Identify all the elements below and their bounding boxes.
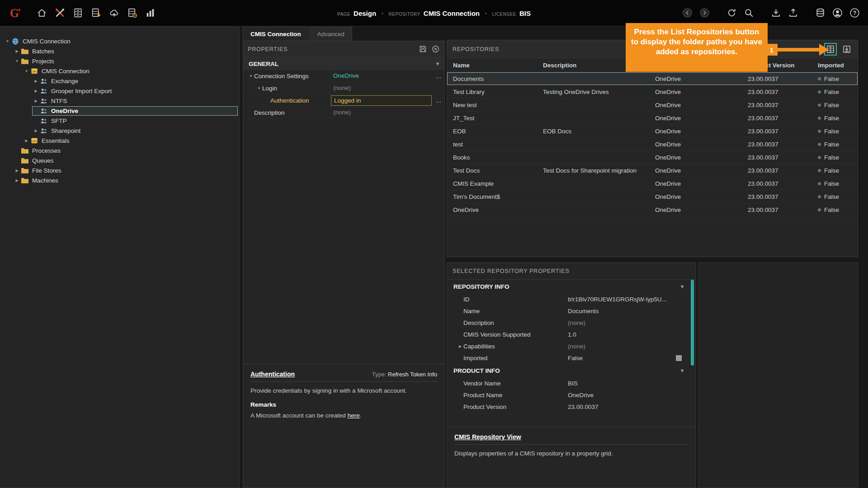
home-icon[interactable]	[35, 7, 48, 19]
bar-chart-icon[interactable]	[144, 7, 156, 19]
property-row[interactable]: Product NameOneDrive	[447, 389, 695, 401]
file-cabinet-icon[interactable]	[71, 7, 84, 19]
tree-item[interactable]: Queues	[0, 155, 239, 165]
repo-column-header[interactable]: Imported	[818, 62, 858, 69]
tree-expander-icon[interactable]: ▶	[33, 89, 39, 93]
property-row[interactable]: Description(none)	[447, 317, 695, 328]
checkbox-indicator[interactable]	[676, 355, 682, 361]
repo-row[interactable]: DocumentsOneDrive23.00.0037False	[447, 72, 858, 85]
property-row[interactable]: ImportedFalse	[447, 352, 695, 364]
tree-item[interactable]: OneDrive	[0, 106, 239, 116]
cabinet-import-icon[interactable]	[90, 7, 102, 19]
save-icon[interactable]	[418, 45, 427, 54]
cloud-upload-icon[interactable]	[108, 7, 120, 19]
property-row[interactable]: Product Version23.00.0037	[447, 401, 695, 413]
here-link[interactable]: here	[348, 412, 360, 419]
repo-row[interactable]: Test LibraryTesting OneDrive DrivesOneDr…	[447, 85, 858, 99]
property-group-general[interactable]: GENERAL ▾	[243, 57, 444, 70]
tree-item[interactable]: ▶Essentials	[0, 136, 239, 145]
property-expander-icon[interactable]: ▼	[256, 86, 262, 90]
tree-item[interactable]: ▶File Stores	[0, 165, 239, 175]
property-row[interactable]: Vendor NameBIS	[447, 377, 695, 389]
search-icon[interactable]	[742, 7, 755, 19]
property-value[interactable]: 23.00.0037	[568, 404, 695, 410]
property-row[interactable]: CMIS Version Supported1.0	[447, 328, 695, 340]
tree-item-label: Exchange	[49, 78, 81, 84]
property-row[interactable]: NameDocuments	[447, 305, 695, 317]
repo-row[interactable]: New testOneDrive23.00.0037False	[447, 99, 858, 112]
repo-imported: False	[818, 102, 858, 108]
tree-expander-icon[interactable]: ▼	[14, 59, 20, 63]
property-row[interactable]: Description(none)	[243, 107, 444, 119]
tree-expander-icon[interactable]: ▶	[33, 99, 39, 103]
property-row[interactable]: AuthenticationLogged in…	[243, 94, 444, 107]
repo-row[interactable]: JT_TestOneDrive23.00.0037False	[447, 112, 858, 125]
cabinet-gear-icon[interactable]	[126, 7, 138, 19]
property-value[interactable]: (none)	[568, 319, 695, 326]
repo-row[interactable]: CMIS ExampleOneDrive23.00.0037False	[447, 177, 858, 190]
tree-expander-icon[interactable]: ▼	[4, 39, 11, 43]
tree-item[interactable]: ▶Machines	[0, 175, 239, 185]
property-value[interactable]: False	[568, 355, 676, 361]
property-value[interactable]: 1.0	[568, 331, 695, 338]
property-value[interactable]: OneDrive	[568, 392, 695, 399]
download-icon[interactable]	[769, 7, 782, 19]
property-row[interactable]: ▶Capabilities(none)	[447, 340, 695, 352]
tree-expander-icon[interactable]: ▶	[14, 49, 20, 53]
tree-item[interactable]: ▼CMIS Connection	[0, 36, 239, 46]
property-value[interactable]: (none)	[568, 343, 695, 350]
property-value[interactable]: Documents	[568, 308, 695, 314]
property-row[interactable]: IDb!r1Blv70RUEW1GRGRsjW-lyp5U...	[447, 293, 695, 305]
property-value[interactable]: (none)	[330, 82, 433, 94]
refresh-icon[interactable]	[725, 7, 738, 19]
tree-item[interactable]: ▶Batches	[0, 46, 239, 56]
tree-item[interactable]: ▼CMIS Connection	[0, 66, 239, 76]
upload-icon[interactable]	[787, 7, 799, 19]
property-expander-icon[interactable]: ▶	[457, 344, 463, 348]
import-repositories-button[interactable]	[840, 43, 853, 56]
cancel-icon[interactable]	[431, 45, 440, 54]
property-value[interactable]: b!r1Blv70RUEW1GRGRsjW-lyp5U...	[568, 296, 695, 303]
repo-row[interactable]: Tim's Document$OneDrive23.00.0037False	[447, 190, 858, 203]
tree-item[interactable]: Processes	[0, 145, 239, 155]
ellipsis-button[interactable]: …	[433, 97, 444, 104]
account-icon[interactable]	[831, 7, 844, 19]
tree-item[interactable]: ▶Grooper Import Export	[0, 86, 239, 96]
property-row[interactable]: ▼Connection SettingsOneDrive…	[243, 70, 444, 82]
scrollbar-thumb[interactable]	[691, 280, 694, 366]
tree-expander-icon[interactable]: ▶	[14, 178, 20, 183]
nav-back-icon[interactable]	[681, 7, 693, 19]
tree-expander-icon[interactable]: ▼	[23, 69, 30, 73]
database-icon[interactable]	[814, 7, 826, 19]
repo-row[interactable]: EOBEOB DocsOneDrive23.00.0037False	[447, 125, 858, 138]
tree-expander-icon[interactable]: ▶	[23, 139, 30, 143]
tree-expander-icon[interactable]: ▶	[33, 79, 39, 83]
property-value[interactable]: Logged in	[331, 95, 432, 106]
help-icon[interactable]: ?	[848, 7, 861, 19]
ellipsis-button[interactable]: …	[433, 73, 444, 80]
tab-cmis-connection[interactable]: CMIS Connection	[243, 27, 309, 41]
tree-item[interactable]: ▶Sharepoint	[0, 126, 239, 136]
tools-icon[interactable]	[53, 7, 66, 19]
tree-item[interactable]: SFTP	[0, 116, 239, 126]
property-value[interactable]: (none)	[330, 107, 433, 118]
repo-row[interactable]: Test DocsTest Docs for Sharepoint migrat…	[447, 164, 858, 177]
tree-item[interactable]: ▶Exchange	[0, 76, 239, 86]
property-group-header[interactable]: PRODUCT INFO▾	[447, 364, 695, 377]
property-row[interactable]: ▼Login(none)	[243, 82, 444, 94]
repo-row[interactable]: testOneDrive23.00.0037False	[447, 138, 858, 151]
property-group-header[interactable]: REPOSITORY INFO▾	[447, 280, 695, 293]
repo-column-header[interactable]: Name	[447, 62, 543, 69]
repo-row[interactable]: OneDriveOneDrive23.00.0037False	[447, 203, 858, 216]
tree-expander-icon[interactable]: ▶	[33, 129, 39, 133]
repo-row[interactable]: BooksOneDrive23.00.0037False	[447, 151, 858, 164]
tree-item[interactable]: ▶NTFS	[0, 96, 239, 106]
nav-forward-icon[interactable]	[698, 7, 711, 19]
tree-item[interactable]: ▼Projects	[0, 56, 239, 66]
tab-advanced[interactable]: Advanced	[310, 27, 352, 41]
property-expander-icon[interactable]: ▼	[248, 74, 254, 78]
properties-panel-title: PROPERTIES	[248, 46, 288, 52]
property-value[interactable]: OneDrive	[330, 70, 433, 82]
property-value[interactable]: BIS	[568, 380, 695, 387]
tree-expander-icon[interactable]: ▶	[14, 169, 20, 173]
